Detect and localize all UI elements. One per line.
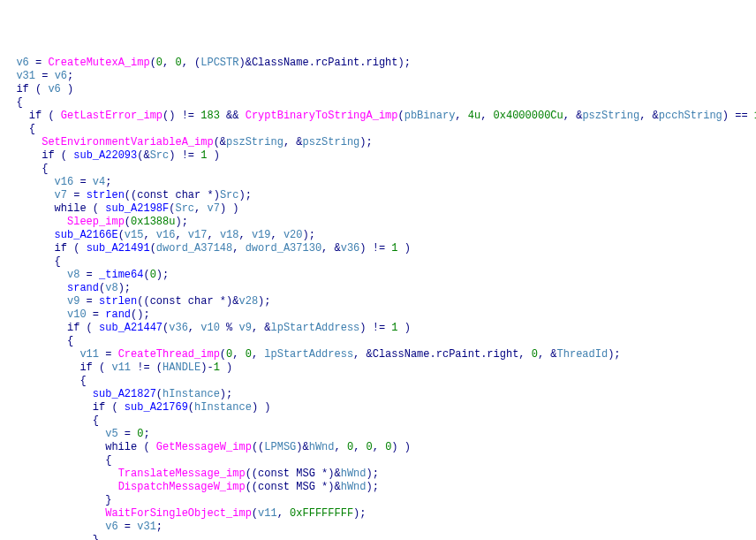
code-token: { [42, 163, 48, 175]
code-line: } [4, 494, 752, 507]
code-line: DispatchMessageW_imp((const MSG *)&hWnd)… [4, 481, 752, 494]
code-token: sub_A21447 [99, 322, 163, 334]
code-token: , & [538, 348, 557, 361]
code-line: { [4, 335, 752, 348]
code-token: ) != [169, 149, 200, 162]
code-line: v10 = rand(); [4, 308, 752, 322]
code-token: Src [150, 149, 170, 162]
code-token: = [73, 176, 93, 188]
code-token: 1 [214, 361, 220, 374]
code-token: (( [246, 481, 258, 493]
code-token: ( [252, 507, 258, 520]
code-line: if ( GetLastError_imp() != 183 && CryptB… [4, 110, 752, 123]
code-token: if [67, 322, 79, 334]
code-token: 1 [391, 242, 397, 255]
code-token: )- [200, 361, 213, 374]
code-token: ) != [359, 322, 391, 334]
code-token: 0x4000000Cu [494, 110, 563, 122]
code-token: v18 [220, 229, 239, 241]
code-token: if [42, 149, 54, 162]
code-token: = [118, 521, 138, 533]
code-token: lpStartAddress [271, 322, 360, 334]
code-token: (); [131, 308, 150, 321]
code-token: v20 [284, 229, 303, 241]
code-token: ( [55, 149, 74, 162]
code-line: { [4, 96, 752, 110]
code-token: ); [118, 282, 131, 294]
code-token: ) [61, 83, 73, 95]
code-token: strlen [99, 295, 137, 308]
code-token: )& [226, 295, 238, 308]
code-line: if ( sub_A21491(dword_A37148, dword_A371… [4, 242, 752, 255]
code-token: if [16, 83, 28, 95]
code-token: v16 [55, 176, 74, 188]
code-token: v31 [16, 70, 35, 82]
code-line: { [4, 255, 752, 269]
code-token: )& [296, 441, 308, 453]
code-token: ); [359, 136, 372, 148]
code-token: = [35, 70, 55, 82]
code-token: ( [188, 401, 194, 414]
code-token: ); [353, 507, 366, 520]
code-token: ( [118, 229, 125, 241]
code-token: ( [398, 110, 404, 122]
code-token: ( [42, 110, 61, 122]
code-token: v28 [238, 295, 258, 308]
code-line: while ( sub_A2198F(Src, v7) ) [4, 202, 752, 216]
code-token: ( [87, 202, 106, 215]
code-token: v15 [125, 229, 144, 241]
code-line: v9 = strlen((const char *)&v28); [4, 295, 752, 308]
code-token: LPCSTR [200, 57, 238, 69]
code-line: SetEnvironmentVariableA_imp(&pszString, … [4, 136, 752, 149]
code-token: ) [214, 189, 220, 202]
code-token: sub_A2198F [105, 202, 169, 215]
code-token: , [252, 348, 264, 361]
code-token: ); [303, 229, 315, 241]
code-token: HANDLE [163, 361, 200, 374]
code-token: ); [258, 295, 270, 308]
decompiler-code-view: v6 = CreateMutexA_imp(0, 0, (LPCSTR)&Cla… [4, 57, 752, 540]
code-token: ; [156, 521, 163, 533]
code-line: Sleep_imp(0x1388u); [4, 216, 752, 229]
code-token: { [55, 255, 61, 268]
code-token: sub_A2166E [55, 229, 118, 241]
code-token: 0 [150, 269, 156, 281]
code-line: v6 = v31; [4, 521, 752, 534]
code-token: 183 [200, 110, 220, 122]
code-token: v19 [252, 229, 271, 241]
code-token: v36 [341, 242, 360, 255]
code-token: { [29, 123, 35, 135]
code-token: if [55, 242, 67, 255]
code-token: rand [105, 308, 131, 321]
code-line: v16 = v4; [4, 176, 752, 189]
code-token: v11 [79, 348, 99, 361]
code-line: v5 = 0; [4, 428, 752, 441]
code-token: if [93, 401, 105, 414]
code-token: ( [93, 361, 112, 374]
code-token: ; [67, 70, 73, 82]
code-token: const char * [137, 189, 213, 202]
code-token: ( [29, 83, 49, 95]
code-token: v8 [67, 269, 79, 281]
code-token: , [194, 202, 207, 215]
code-token: if [29, 110, 42, 122]
code-token: v9 [238, 322, 251, 334]
code-token: ) == [722, 110, 754, 122]
code-token: 0xFFFFFFFF [290, 507, 353, 520]
code-line: WaitForSingleObject_imp(v11, 0xFFFFFFFF)… [4, 507, 752, 521]
code-token: (( [246, 468, 258, 480]
code-line: v11 = CreateThread_imp(0, 0, lpStartAddr… [4, 348, 752, 361]
code-token: v5 [105, 428, 117, 440]
code-token: , [455, 110, 467, 122]
code-token: hInstance [163, 388, 220, 400]
code-token: ( [137, 441, 156, 453]
code-token: SetEnvironmentVariableA_imp [42, 136, 213, 148]
code-token: CreateMutexA_imp [48, 57, 149, 69]
code-token: , [238, 229, 251, 241]
code-line: if ( v11 != (HANDLE)-1 ) [4, 361, 752, 375]
code-token: pcchString [659, 110, 722, 122]
code-token: v10 [67, 308, 87, 321]
code-token: TranslateMessage_imp [118, 468, 246, 480]
code-token: ( [125, 216, 131, 228]
code-token: , & [252, 322, 271, 334]
